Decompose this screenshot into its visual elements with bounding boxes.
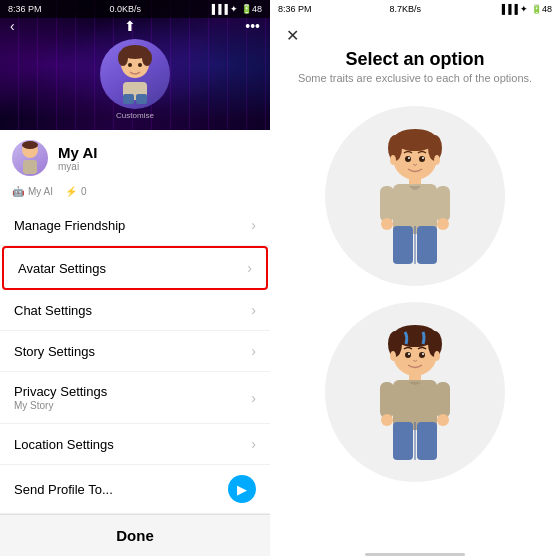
menu-item-privacy-settings-left: Privacy Settings My Story [14, 384, 107, 411]
avatar-settings-chevron: › [247, 260, 252, 276]
bitmoji-figure-2 [365, 322, 465, 462]
svg-rect-46 [417, 422, 437, 460]
menu-item-manage-friendship-left: Manage Friendship [14, 218, 125, 233]
svg-point-18 [408, 157, 410, 159]
profile-info: My AI myai [58, 144, 97, 172]
menu-item-chat-settings-left: Chat Settings [14, 303, 92, 318]
menu-item-location-settings-left: Location Settings [14, 437, 114, 452]
svg-point-10 [22, 141, 38, 149]
bitmoji-svg-1 [365, 126, 465, 266]
header-nav: ‹ ⬆ ••• [0, 18, 270, 34]
status-bar-right: 8:36 PM 8.7KB/s ▐▐▐ ✦ 🔋48 [270, 0, 560, 18]
menu-item-avatar-settings[interactable]: Avatar Settings › [2, 246, 268, 290]
menu-item-manage-friendship[interactable]: Manage Friendship › [0, 205, 270, 246]
customise-label[interactable]: Customise [116, 111, 154, 120]
svg-point-40 [434, 351, 440, 361]
svg-rect-8 [136, 94, 147, 104]
manage-friendship-chevron: › [251, 217, 256, 233]
profile-section: My AI myai [0, 130, 270, 182]
score-icon: ⚡ [65, 186, 77, 197]
svg-point-30 [437, 218, 449, 230]
story-settings-chevron: › [251, 343, 256, 359]
svg-point-4 [128, 63, 132, 67]
select-title: Select an option [286, 49, 544, 70]
menu-item-privacy-settings[interactable]: Privacy Settings My Story › [0, 372, 270, 424]
menu-list: Manage Friendship › Avatar Settings › Ch… [0, 205, 270, 560]
svg-rect-27 [417, 226, 437, 264]
profile-name: My AI [58, 144, 97, 161]
menu-item-location-settings[interactable]: Location Settings › [0, 424, 270, 465]
svg-point-21 [434, 155, 440, 165]
ai-label: My AI [28, 186, 53, 197]
bitmoji-svg-2 [365, 322, 465, 462]
header-background: ‹ ⬆ ••• [0, 0, 270, 130]
more-icon[interactable]: ••• [245, 18, 260, 34]
time-right: 8:36 PM [278, 4, 312, 14]
menu-item-chat-settings[interactable]: Chat Settings › [0, 290, 270, 331]
right-header: ✕ Select an option Some traits are exclu… [270, 18, 560, 90]
ai-meta: 🤖 My AI [12, 186, 53, 197]
svg-point-5 [138, 63, 142, 67]
select-subtitle: Some traits are exclusive to each of the… [286, 72, 544, 84]
svg-point-37 [408, 353, 410, 355]
avatar-header: Customise [100, 39, 170, 120]
svg-rect-26 [393, 226, 413, 264]
svg-point-35 [405, 352, 411, 358]
send-profile-label: Send Profile To... [14, 482, 113, 497]
back-icon[interactable]: ‹ [10, 18, 15, 34]
close-button[interactable]: ✕ [286, 26, 544, 45]
svg-rect-45 [393, 422, 413, 460]
svg-point-49 [437, 414, 449, 426]
svg-rect-24 [380, 186, 394, 222]
svg-rect-7 [123, 94, 134, 104]
options-container [270, 90, 560, 545]
left-panel: 8:36 PM 0.0KB/s ▐▐▐ ✦ 🔋48 ‹ ⬆ ••• [0, 0, 270, 560]
share-icon[interactable]: ⬆ [124, 18, 136, 34]
ai-icon: 🤖 [12, 186, 24, 197]
option-card-1[interactable] [325, 106, 505, 286]
svg-rect-44 [436, 382, 450, 418]
signal-left: ▐▐▐ ✦ 🔋48 [209, 4, 262, 14]
bottom-indicator [365, 553, 465, 556]
manage-friendship-label: Manage Friendship [14, 218, 125, 233]
svg-rect-11 [23, 160, 37, 174]
profile-handle: myai [58, 161, 97, 172]
send-profile-button[interactable]: ▶ [228, 475, 256, 503]
svg-point-29 [381, 218, 393, 230]
avatar-small-svg [15, 140, 45, 176]
privacy-settings-sub: My Story [14, 400, 107, 411]
bitmoji-figure-1 [365, 126, 465, 266]
location-settings-chevron: › [251, 436, 256, 452]
send-icon: ▶ [237, 482, 247, 497]
privacy-settings-chevron: › [251, 390, 256, 406]
avatar-svg [105, 44, 165, 104]
profile-avatar-small [12, 140, 48, 176]
avatar-large [100, 39, 170, 109]
chat-settings-chevron: › [251, 302, 256, 318]
right-panel: 8:36 PM 8.7KB/s ▐▐▐ ✦ 🔋48 ✕ Select an op… [270, 0, 560, 560]
svg-point-19 [422, 157, 424, 159]
score-value: 0 [81, 186, 87, 197]
score-meta: ⚡ 0 [65, 186, 87, 197]
location-settings-label: Location Settings [14, 437, 114, 452]
status-bar-left: 8:36 PM 0.0KB/s ▐▐▐ ✦ 🔋48 [0, 0, 270, 18]
signal-right: ▐▐▐ ✦ 🔋48 [499, 4, 552, 14]
menu-item-send-profile[interactable]: Send Profile To... ▶ [0, 465, 270, 514]
privacy-settings-label: Privacy Settings [14, 384, 107, 399]
time-left: 8:36 PM [8, 4, 42, 14]
network-right: 8.7KB/s [389, 4, 421, 14]
svg-point-17 [419, 156, 425, 162]
profile-meta: 🤖 My AI ⚡ 0 [0, 182, 270, 205]
svg-rect-43 [380, 382, 394, 418]
chat-settings-label: Chat Settings [14, 303, 92, 318]
option-card-2[interactable] [325, 302, 505, 482]
done-button[interactable]: Done [0, 514, 270, 556]
svg-point-2 [118, 50, 128, 66]
svg-point-48 [381, 414, 393, 426]
svg-point-16 [405, 156, 411, 162]
story-settings-label: Story Settings [14, 344, 95, 359]
menu-item-story-settings[interactable]: Story Settings › [0, 331, 270, 372]
svg-point-3 [142, 50, 152, 66]
network-left: 0.0KB/s [109, 4, 141, 14]
svg-point-36 [419, 352, 425, 358]
